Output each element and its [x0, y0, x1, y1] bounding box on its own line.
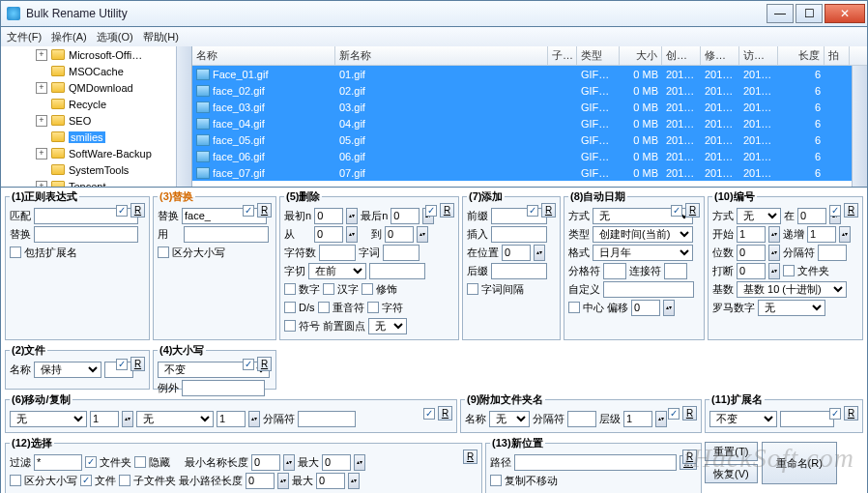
regex-incext-check[interactable] [10, 246, 21, 258]
col-taken[interactable]: 拍 [825, 46, 850, 65]
reset-button[interactable]: 重置(T) [705, 442, 758, 461]
num-sep[interactable] [818, 245, 847, 261]
autodate-type[interactable]: 创建时间(当前) [593, 226, 693, 243]
col-sub[interactable]: 子… [548, 46, 577, 65]
remove-chars[interactable] [319, 245, 356, 261]
spin-icon[interactable]: ▴▾ [354, 454, 365, 471]
remove-leading[interactable]: 无 [368, 318, 407, 334]
num-start[interactable] [737, 226, 766, 243]
extension-text[interactable] [780, 411, 834, 427]
newloc-path[interactable] [514, 454, 677, 471]
add-insert[interactable] [491, 226, 547, 243]
col-type[interactable]: 类型 [577, 46, 620, 65]
panel-autodate-enable[interactable] [671, 205, 682, 217]
spin-icon[interactable]: ▴▾ [248, 411, 260, 427]
col-name[interactable]: 名称 [192, 46, 335, 65]
panel-numbering-enable[interactable] [829, 205, 841, 217]
file-row[interactable]: face_07.gif07.gifGIF…0 MB201…201…201…6 [192, 164, 867, 181]
movecopy-sep[interactable] [298, 411, 356, 427]
replace-case-check[interactable] [158, 246, 169, 258]
remove-from[interactable] [314, 226, 343, 243]
file-row[interactable]: face_04.gif04.gifGIF…0 MB201…201…201…6 [192, 115, 867, 131]
file-row[interactable]: face_03.gif03.gifGIF…0 MB201…201…201…6 [192, 99, 867, 115]
spin-icon[interactable]: ▴▾ [417, 226, 428, 243]
autodate-seg[interactable] [664, 263, 687, 279]
tree-item[interactable]: MSOCache [1, 63, 191, 79]
panel-remove-enable[interactable] [425, 205, 437, 217]
col-length[interactable]: 长度 [778, 46, 825, 65]
sel-filter[interactable] [34, 454, 82, 471]
sel-maxpath[interactable] [316, 473, 345, 489]
panel-regex-reset[interactable]: R [130, 203, 145, 218]
file-list-scrollbar[interactable] [852, 66, 867, 187]
regex-replace-input[interactable] [34, 226, 138, 243]
num-incr[interactable] [807, 226, 836, 243]
num-pad[interactable] [737, 245, 766, 261]
file-row[interactable]: Face_01.gif01.gifGIF…0 MB201…201…201…6 [192, 66, 867, 82]
spin-icon[interactable]: ▴▾ [122, 411, 133, 427]
remove-lastn[interactable] [391, 208, 420, 224]
spin-icon[interactable]: ▴▾ [768, 245, 780, 261]
tree-item[interactable]: +Tencent [1, 178, 191, 187]
file-row[interactable]: face_02.gif02.gifGIF…0 MB201…201…201…6 [192, 82, 867, 99]
menu-options[interactable]: 选项(O) [97, 30, 133, 44]
remove-firstn[interactable] [314, 208, 343, 224]
num-roman[interactable]: 无 [758, 300, 825, 316]
panel-replace-reset[interactable]: R [257, 203, 272, 218]
sel-minpath[interactable] [246, 473, 275, 489]
spin-icon[interactable]: ▴▾ [768, 226, 780, 243]
col-size[interactable]: 大小 [620, 46, 662, 65]
undo-button[interactable]: 恢复(V) [705, 464, 758, 483]
expand-icon[interactable]: + [36, 115, 47, 127]
movecopy-n2[interactable] [217, 411, 246, 427]
tree-item[interactable]: +SEO [1, 112, 191, 129]
remove-crop[interactable]: 在前 [308, 263, 366, 279]
menu-action[interactable]: 操作(A) [51, 30, 87, 44]
panel-remove-reset[interactable]: R [440, 203, 454, 218]
appendfolder-levels[interactable] [623, 411, 652, 427]
autodate-sep[interactable] [603, 263, 626, 279]
extension-mode[interactable]: 不变 [709, 411, 777, 427]
col-created[interactable]: 创… [662, 46, 701, 65]
spin-icon[interactable]: ▴▾ [348, 473, 360, 489]
add-suffix[interactable] [491, 263, 547, 279]
panel-add-enable[interactable] [527, 205, 538, 217]
remove-to[interactable] [385, 226, 414, 243]
spin-icon[interactable]: ▴▾ [534, 245, 545, 261]
sel-minlen[interactable] [251, 454, 280, 471]
file-row[interactable]: face_05.gif05.gifGIF…0 MB201…201…201…6 [192, 131, 867, 148]
minimize-button[interactable]: — [767, 4, 794, 23]
tree-item[interactable]: Recycle [1, 96, 191, 112]
panel-add-reset[interactable]: R [541, 203, 556, 218]
menu-file[interactable]: 文件(F) [7, 30, 42, 44]
autodate-offset[interactable] [631, 300, 660, 316]
spin-icon[interactable]: ▴▾ [839, 226, 851, 243]
file-name[interactable]: 保持 [34, 362, 101, 378]
spin-icon[interactable]: ▴▾ [655, 411, 667, 427]
maximize-button[interactable]: ☐ [796, 4, 823, 23]
tree-item[interactable]: smilies [1, 129, 191, 145]
appendfolder-name[interactable]: 无 [489, 411, 530, 427]
rename-button[interactable]: 重命名(R) [762, 442, 837, 484]
col-modified[interactable]: 修… [701, 46, 739, 65]
num-base[interactable]: 基数 10 (十进制) [737, 281, 847, 298]
appendfolder-sep[interactable] [567, 411, 596, 427]
expand-icon[interactable]: + [36, 148, 47, 160]
tree-item[interactable]: +Microsoft-Offi… [1, 46, 191, 63]
expand-icon[interactable]: + [36, 181, 47, 188]
expand-icon[interactable]: + [36, 49, 47, 61]
panel-replace-enable[interactable] [243, 205, 254, 217]
autodate-fmt[interactable]: 日月年 [593, 245, 693, 261]
tree-item[interactable]: +SoftWare-Backup [1, 145, 191, 161]
file-list[interactable]: 名称 新名称 子… 类型 大小 创… 修… 访… 长度 拍 Face_01.gi… [192, 46, 867, 187]
spin-icon[interactable]: ▴▾ [768, 263, 780, 279]
col-accessed[interactable]: 访… [739, 46, 778, 65]
panel-autodate-reset[interactable]: R [685, 203, 700, 218]
tree-item[interactable]: SystemTools [1, 161, 191, 178]
spin-icon[interactable]: ▴▾ [283, 454, 295, 471]
col-newname[interactable]: 新名称 [335, 46, 548, 65]
replace-with-input[interactable] [184, 226, 269, 243]
spin-icon[interactable]: ▴▾ [346, 226, 358, 243]
menu-help[interactable]: 帮助(H) [143, 30, 179, 44]
autodate-custom[interactable] [603, 281, 694, 298]
